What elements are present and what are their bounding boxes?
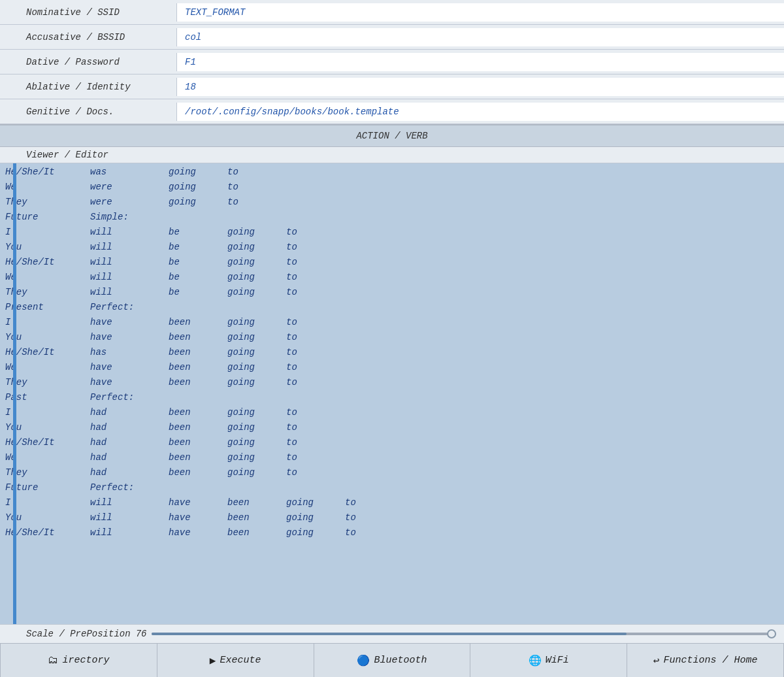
- table-row: Ihadbeengoingto: [5, 405, 779, 420]
- scale-value: 76: [136, 629, 147, 639]
- scale-track[interactable]: [152, 633, 776, 635]
- table-row: He/She/Itwillhavebeengoingto: [5, 525, 779, 540]
- taskbar-item-wifi[interactable]: 🌐 WiFi: [470, 644, 627, 677]
- field-label-dative: Dative / Password: [0, 53, 176, 71]
- left-accent-bar: [13, 163, 16, 624]
- scale-fill: [152, 633, 626, 635]
- field-row-ablative: Ablative / Identity 18: [0, 74, 784, 99]
- execute-icon: ▶: [210, 654, 216, 667]
- field-row-dative: Dative / Password F1: [0, 50, 784, 74]
- field-value-dative[interactable]: F1: [176, 53, 784, 71]
- table-row: He/She/Ithadbeengoingto: [5, 435, 779, 450]
- table-row: PresentPerfect:: [5, 300, 779, 315]
- field-row-nominative: Nominative / SSID TEXT_FORMAT: [0, 0, 784, 25]
- taskbar-item-execute[interactable]: ▶ Execute: [157, 644, 314, 677]
- field-value-ablative[interactable]: 18: [176, 78, 784, 96]
- table-row: Youhavebeengoingto: [5, 330, 779, 345]
- action-verb-bar: ACTION / VERB: [0, 125, 784, 147]
- conjugation-wrapper: He/She/ItwasgoingtoWeweregoingtoTheywere…: [0, 163, 784, 624]
- table-row: Iwillhavebeengoingto: [5, 495, 779, 510]
- table-row: Wehadbeengoingto: [5, 450, 779, 465]
- table-row: Youhadbeengoingto: [5, 420, 779, 435]
- taskbar-label-execute: Execute: [220, 655, 261, 666]
- table-row: Weweregoingto: [5, 180, 779, 195]
- table-row: He/She/Ithasbeengoingto: [5, 345, 779, 360]
- table-row: He/She/Itwasgoingto: [5, 165, 779, 180]
- taskbar-item-bluetooth[interactable]: 🔵 Bluetooth: [314, 644, 471, 677]
- table-row: Youwillbegoingto: [5, 240, 779, 255]
- table-row: Theywillbegoingto: [5, 285, 779, 300]
- field-label-accusative: Accusative / BSSID: [0, 28, 176, 46]
- field-row-accusative: Accusative / BSSID col: [0, 25, 784, 50]
- table-row: Wehavebeengoingto: [5, 360, 779, 375]
- field-row-genitive: Genitive / Docs. /root/.config/snapp/boo…: [0, 99, 784, 124]
- table-row: Youwillhavebeengoingto: [5, 510, 779, 525]
- table-row: Theyweregoingto: [5, 195, 779, 210]
- taskbar-label-functions-home: Functions / Home: [663, 655, 757, 666]
- taskbar-label-wifi: WiFi: [546, 655, 569, 666]
- taskbar-label-directory: irectory: [62, 655, 109, 666]
- taskbar-item-functions-home[interactable]: ↩ Functions / Home: [627, 644, 784, 677]
- bluetooth-icon: 🔵: [357, 654, 370, 667]
- taskbar: 🗂 irectory ▶ Execute 🔵 Bluetooth 🌐 WiFi …: [0, 643, 784, 677]
- fields-section: Nominative / SSID TEXT_FORMAT Accusative…: [0, 0, 784, 125]
- field-value-accusative[interactable]: col: [176, 28, 784, 46]
- field-value-nominative[interactable]: TEXT_FORMAT: [176, 3, 784, 22]
- field-label-genitive: Genitive / Docs.: [0, 103, 176, 121]
- taskbar-label-bluetooth: Bluetooth: [374, 655, 427, 666]
- scale-thumb[interactable]: [767, 629, 776, 638]
- action-verb-label: ACTION / VERB: [356, 131, 427, 141]
- directory-icon: 🗂: [48, 654, 58, 667]
- field-value-genitive[interactable]: /root/.config/snapp/books/book.template: [176, 103, 784, 121]
- table-row: Ihavebeengoingto: [5, 315, 779, 330]
- table-row: Iwillbegoingto: [5, 225, 779, 240]
- field-label-ablative: Ablative / Identity: [0, 78, 176, 96]
- functions-home-icon: ↩: [653, 654, 660, 667]
- table-row: PastPerfect:: [5, 390, 779, 405]
- scale-bar-section: Scale / PrePosition 76: [0, 624, 784, 643]
- taskbar-item-directory[interactable]: 🗂 irectory: [0, 644, 157, 677]
- scale-label: Scale / PrePosition: [26, 629, 131, 639]
- wifi-icon: 🌐: [529, 654, 542, 667]
- table-row: Theyhadbeengoingto: [5, 465, 779, 480]
- conjugation-area[interactable]: He/She/ItwasgoingtoWeweregoingtoTheywere…: [0, 163, 784, 624]
- viewer-editor-header: Viewer / Editor: [0, 147, 784, 163]
- table-row: FutureSimple:: [5, 210, 779, 225]
- viewer-editor-label: Viewer / Editor: [26, 150, 108, 160]
- table-row: Theyhavebeengoingto: [5, 375, 779, 390]
- table-row: FuturePerfect:: [5, 480, 779, 495]
- main-content: Nominative / SSID TEXT_FORMAT Accusative…: [0, 0, 784, 643]
- field-label-nominative: Nominative / SSID: [0, 3, 176, 22]
- table-row: Wewillbegoingto: [5, 270, 779, 285]
- table-row: He/She/Itwillbegoingto: [5, 255, 779, 270]
